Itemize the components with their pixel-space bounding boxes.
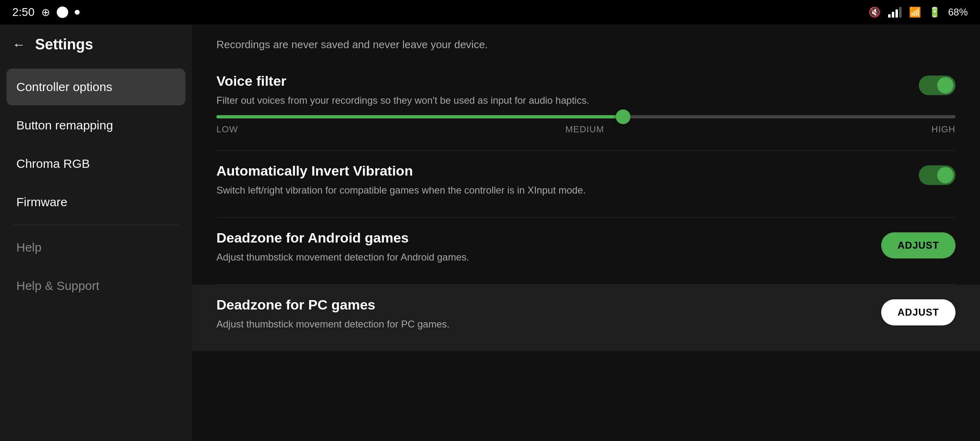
sidebar-header: ← Settings (0, 24, 192, 65)
voice-filter-slider[interactable]: LOW MEDIUM HIGH (216, 115, 956, 135)
sidebar-item-chroma-rgb[interactable]: Chroma RGB (7, 145, 185, 182)
main-layout: ← Settings Controller options Button rem… (0, 24, 980, 441)
wifi-icon: 📶 (909, 7, 921, 18)
toggle-thumb (937, 77, 953, 94)
sidebar: ← Settings Controller options Button rem… (0, 24, 192, 441)
voice-filter-title: Voice filter (216, 73, 589, 89)
deadzone-android-header: Deadzone for Android games Adjust thumbs… (216, 230, 956, 265)
mute-icon: 🔇 (869, 7, 881, 18)
media-icon: ⊕ (41, 6, 50, 19)
slider-label-low: LOW (216, 124, 238, 135)
sidebar-title: Settings (35, 36, 93, 53)
battery-icon: 🔋 (929, 7, 941, 18)
time-display: 2:50 (12, 6, 35, 19)
sidebar-item-controller-options[interactable]: Controller options (7, 69, 185, 105)
invert-vibration-title: Automatically Invert Vibration (216, 163, 586, 179)
slider-labels: LOW MEDIUM HIGH (216, 124, 956, 135)
toggle-track-2 (919, 165, 956, 185)
voice-filter-desc: Filter out voices from your recordings s… (216, 93, 589, 108)
status-bar: 2:50 ⊕ 🔇 📶 🔋 68% (0, 0, 980, 24)
invert-vibration-section: Automatically Invert Vibration Switch le… (216, 151, 956, 218)
toggle-track (919, 76, 956, 95)
voice-filter-toggle[interactable] (919, 76, 956, 95)
deadzone-pc-header: Deadzone for PC games Adjust thumbstick … (216, 297, 956, 332)
content-area[interactable]: Recordings are never saved and never lea… (192, 24, 980, 441)
status-right: 🔇 📶 🔋 68% (869, 7, 968, 18)
status-left: 2:50 ⊕ (12, 6, 80, 19)
sidebar-item-help-support[interactable]: Help & Support (7, 267, 185, 304)
invert-vibration-text: Automatically Invert Vibration Switch le… (216, 163, 586, 198)
circle-icon (57, 7, 68, 18)
deadzone-android-desc: Adjust thumbstick movement detection for… (216, 250, 469, 265)
sidebar-item-help[interactable]: Help (7, 229, 185, 266)
slider-fill (216, 115, 623, 118)
voice-filter-header: Voice filter Filter out voices from your… (216, 73, 956, 108)
slider-thumb[interactable] (616, 109, 630, 124)
deadzone-pc-desc: Adjust thumbstick movement detection for… (216, 317, 450, 332)
signal-icon (888, 7, 902, 18)
dot-icon (75, 10, 80, 15)
deadzone-android-adjust-button[interactable]: ADJUST (881, 232, 956, 258)
voice-filter-section: Voice filter Filter out voices from your… (216, 61, 956, 151)
invert-vibration-desc: Switch left/right vibration for compatib… (216, 183, 586, 198)
invert-vibration-header: Automatically Invert Vibration Switch le… (216, 163, 956, 198)
sidebar-divider (13, 225, 179, 225)
back-button[interactable]: ← (12, 37, 25, 52)
deadzone-pc-adjust-button[interactable]: ADJUST (881, 299, 956, 325)
slider-label-high: HIGH (931, 124, 956, 135)
sidebar-nav: Controller options Button remapping Chro… (0, 65, 192, 441)
deadzone-pc-section: Deadzone for PC games Adjust thumbstick … (192, 285, 980, 351)
content-inner: Voice filter Filter out voices from your… (192, 61, 980, 285)
deadzone-android-title: Deadzone for Android games (216, 230, 469, 246)
voice-filter-text: Voice filter Filter out voices from your… (216, 73, 589, 108)
deadzone-pc-title: Deadzone for PC games (216, 297, 450, 313)
deadzone-android-section: Deadzone for Android games Adjust thumbs… (216, 218, 956, 285)
toggle-thumb-2 (937, 167, 953, 183)
sidebar-item-firmware[interactable]: Firmware (7, 184, 185, 220)
top-note: Recordings are never saved and never lea… (192, 24, 980, 61)
invert-vibration-toggle[interactable] (919, 165, 956, 185)
sidebar-item-button-remapping[interactable]: Button remapping (7, 107, 185, 144)
battery-percent: 68% (948, 7, 968, 18)
slider-label-medium: MEDIUM (565, 124, 604, 135)
deadzone-pc-text: Deadzone for PC games Adjust thumbstick … (216, 297, 450, 332)
deadzone-android-text: Deadzone for Android games Adjust thumbs… (216, 230, 469, 265)
slider-track (216, 115, 956, 118)
